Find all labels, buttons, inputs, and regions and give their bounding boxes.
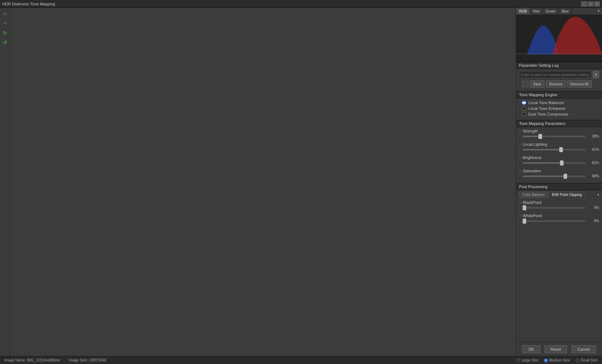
size-medium-label: Medium Size bbox=[549, 358, 570, 362]
param-log-section: ▾ Save Remove Remove All bbox=[516, 69, 602, 91]
saturation-fill bbox=[523, 176, 565, 177]
remove-button[interactable]: Remove bbox=[546, 80, 566, 88]
size-small[interactable]: Small Size bbox=[576, 358, 598, 362]
slider-local-lighting: – Local Lighting 61% bbox=[519, 142, 599, 151]
histogram-expand-icon[interactable]: ▾ bbox=[596, 8, 602, 15]
reset-icon[interactable]: ↺ bbox=[1, 39, 9, 46]
save-button[interactable]: Save bbox=[530, 80, 545, 88]
app-title: HDR Darkroom Tone Mapping bbox=[2, 2, 55, 6]
main-layout: ↶ ↷ ↻ ↺ RGB Red Green Blue ▾ bbox=[0, 8, 602, 356]
tab-red[interactable]: Red bbox=[530, 8, 543, 15]
post-proc-section: Color Balance B/W Point Clipping ▾ – Bla… bbox=[516, 190, 602, 242]
save-checkbox[interactable] bbox=[522, 81, 528, 87]
strength-label: Strength bbox=[523, 129, 538, 133]
reset-button[interactable]: Reset bbox=[545, 345, 567, 353]
local-lighting-fill bbox=[523, 149, 561, 150]
slider-brightness: – Brightness 62% bbox=[519, 155, 599, 165]
whitepoint-label: WhitePoint bbox=[523, 214, 542, 218]
pp-tabs: Color Balance B/W Point Clipping ▾ bbox=[519, 192, 599, 198]
radio-label-enhancer: Local Tone Enhancer bbox=[528, 106, 565, 111]
blackpoint-label: BlackPoint bbox=[523, 200, 542, 205]
size-small-label: Small Size bbox=[581, 358, 598, 362]
histogram-area bbox=[516, 15, 602, 62]
slider-whitepoint: – WhitePoint 0% bbox=[519, 213, 599, 223]
radio-local-tone-balancer[interactable]: Local Tone Balancer bbox=[519, 101, 599, 105]
size-small-radio bbox=[576, 359, 579, 362]
local-lighting-value: 61% bbox=[588, 148, 599, 151]
size-medium-radio bbox=[544, 359, 548, 362]
undo-icon[interactable]: ↶ bbox=[1, 11, 9, 18]
saturation-thumb[interactable] bbox=[564, 174, 567, 179]
size-large-label: Large Size bbox=[521, 358, 538, 362]
tab-color-balance[interactable]: Color Balance bbox=[519, 192, 548, 198]
blackpoint-track[interactable] bbox=[523, 207, 585, 209]
tone-params-header: Tone Mapping Parameters bbox=[516, 120, 602, 127]
window-controls: _ □ × bbox=[581, 1, 600, 6]
param-name-input[interactable] bbox=[519, 71, 591, 78]
size-large-radio bbox=[516, 359, 520, 362]
title-bar: HDR Darkroom Tone Mapping _ □ × bbox=[0, 0, 602, 8]
image-name: Image Name: IMG_1101And2More bbox=[4, 358, 60, 362]
histogram-canvas bbox=[516, 15, 602, 55]
remove-all-button[interactable]: Remove All bbox=[567, 80, 592, 88]
brightness-track[interactable] bbox=[523, 162, 585, 164]
post-proc-header: Post Processing bbox=[516, 183, 602, 190]
brightness-value: 62% bbox=[588, 161, 599, 165]
tab-rgb[interactable]: RGB bbox=[516, 8, 530, 15]
panel-scroll: Parameter Setting Log ▾ Save Remove Remo… bbox=[516, 62, 602, 342]
slider-blackpoint: – BlackPoint 0% bbox=[519, 200, 599, 210]
radio-east-tone-compressor[interactable]: East Tone Compressor bbox=[519, 112, 599, 116]
brightness-thumb[interactable] bbox=[560, 160, 564, 165]
whitepoint-track[interactable] bbox=[523, 220, 585, 222]
tone-engine-section: Local Tone Balancer Local Tone Enhancer … bbox=[516, 98, 602, 120]
status-bar: Image Name: IMG_1101And2More Image Size:… bbox=[0, 356, 602, 364]
strength-thumb[interactable] bbox=[538, 134, 542, 139]
left-toolbar: ↶ ↷ ↻ ↺ bbox=[0, 8, 10, 356]
radio-dot-enhancer bbox=[522, 106, 526, 111]
size-options: Large Size Medium Size Small Size bbox=[516, 358, 598, 362]
canvas-area bbox=[10, 8, 516, 356]
maximize-button[interactable]: □ bbox=[588, 1, 593, 6]
redo-icon[interactable]: ↷ bbox=[1, 20, 9, 27]
strength-fill bbox=[523, 136, 540, 137]
whitepoint-thumb[interactable] bbox=[523, 219, 526, 224]
saturation-label: Saturation bbox=[523, 169, 541, 173]
pp-expand-icon[interactable]: ▾ bbox=[597, 193, 599, 197]
slider-saturation: – Saturation 68% bbox=[519, 168, 599, 178]
local-lighting-track[interactable] bbox=[523, 149, 585, 150]
saturation-track[interactable] bbox=[523, 176, 585, 177]
radio-dot-balancer bbox=[522, 101, 526, 105]
histogram-tabs: RGB Red Green Blue ▾ bbox=[516, 8, 602, 15]
blackpoint-thumb[interactable] bbox=[523, 205, 526, 210]
bottom-buttons: OK Reset Cancel bbox=[516, 342, 602, 356]
strength-value: 28% bbox=[588, 134, 599, 138]
size-large[interactable]: Large Size bbox=[516, 358, 538, 362]
size-medium[interactable]: Medium Size bbox=[544, 358, 570, 362]
param-dropdown-button[interactable]: ▾ bbox=[593, 71, 599, 78]
blackpoint-value: 0% bbox=[588, 206, 599, 210]
local-lighting-thumb[interactable] bbox=[559, 147, 563, 152]
tab-green[interactable]: Green bbox=[543, 8, 559, 15]
right-panel: RGB Red Green Blue ▾ Parameter Settin bbox=[516, 8, 602, 356]
strength-track[interactable] bbox=[523, 136, 585, 137]
param-input-row: ▾ bbox=[519, 71, 599, 78]
local-lighting-label: Local Lighting bbox=[523, 142, 547, 146]
radio-label-balancer: Local Tone Balancer bbox=[528, 101, 564, 105]
param-log-header: Parameter Setting Log bbox=[516, 62, 602, 69]
saturation-value: 68% bbox=[588, 174, 599, 178]
tab-blue[interactable]: Blue bbox=[559, 8, 572, 15]
refresh-icon[interactable]: ↻ bbox=[1, 29, 9, 37]
minimize-button[interactable]: _ bbox=[581, 1, 587, 6]
whitepoint-value: 0% bbox=[588, 219, 599, 223]
radio-label-compressor: East Tone Compressor bbox=[528, 112, 569, 116]
ok-button[interactable]: OK bbox=[522, 345, 540, 353]
cancel-button[interactable]: Cancel bbox=[571, 345, 596, 353]
tab-bw-point-clipping[interactable]: B/W Point Clipping bbox=[549, 192, 585, 198]
histogram-svg bbox=[516, 15, 602, 55]
brightness-label: Brightness bbox=[523, 155, 542, 160]
radio-local-tone-enhancer[interactable]: Local Tone Enhancer bbox=[519, 106, 599, 111]
brightness-fill bbox=[523, 162, 562, 164]
close-button[interactable]: × bbox=[594, 1, 600, 6]
slider-strength: – Strength 28% bbox=[519, 129, 599, 138]
image-size: Image Size: 1365*2048 bbox=[69, 358, 106, 362]
